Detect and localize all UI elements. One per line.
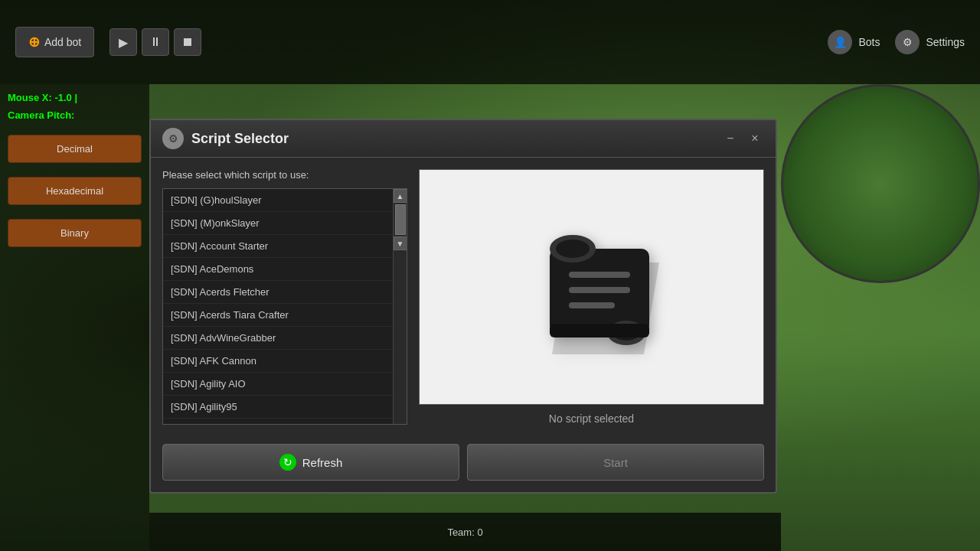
refresh-button[interactable]: Refresh <box>162 444 459 481</box>
script-item[interactable]: [SDN] AFK Cannon <box>163 350 393 373</box>
settings-label: Settings <box>926 36 965 48</box>
script-item[interactable]: [SDN] Agility95 <box>163 396 393 419</box>
script-list-container: [SDN] (G)houlSlayer[SDN] (M)onkSlayer[SD… <box>162 188 407 425</box>
script-item[interactable]: [SDN] AceDemons <box>163 258 393 281</box>
modal-right-panel: No script selected <box>419 169 764 425</box>
script-selector-modal: ⚙ Script Selector − × Please select whic… <box>149 119 777 494</box>
svg-rect-6 <box>569 272 630 278</box>
modal-body: Please select which script to use: [SDN]… <box>151 158 776 436</box>
svg-point-3 <box>556 240 590 258</box>
svg-rect-7 <box>569 287 630 293</box>
start-button[interactable]: Start <box>467 444 764 481</box>
camera-pitch-info: Camera Pitch: <box>8 109 142 121</box>
svg-rect-9 <box>550 324 649 337</box>
settings-button[interactable]: ⚙ Settings <box>895 30 965 54</box>
modal-left-panel: Please select which script to use: [SDN]… <box>162 169 407 425</box>
modal-header: ⚙ Script Selector − × <box>151 120 776 158</box>
decimal-button[interactable]: Decimal <box>8 135 142 163</box>
script-item[interactable]: [SDN] (G)houlSlayer <box>163 189 393 212</box>
script-item[interactable]: [SDN] (M)onkSlayer <box>163 212 393 235</box>
toolbar-controls: ▶ ⏸ ⏹ <box>109 28 201 56</box>
settings-icon: ⚙ <box>895 30 920 54</box>
stop-button[interactable]: ⏹ <box>174 28 201 56</box>
toolbar: ⊕ Add bot ▶ ⏸ ⏹ 👤 Bots ⚙ Settings <box>0 0 980 84</box>
scrollbar-up-arrow[interactable]: ▲ <box>394 189 407 203</box>
team-label: Team: 0 <box>447 527 482 538</box>
scrollbar-down-arrow[interactable]: ▼ <box>394 236 407 250</box>
script-list[interactable]: [SDN] (G)houlSlayer[SDN] (M)onkSlayer[SD… <box>163 189 393 424</box>
script-item[interactable]: [SDN] Acerds Fletcher <box>163 281 393 304</box>
toolbar-right: 👤 Bots ⚙ Settings <box>828 30 965 54</box>
close-button[interactable]: × <box>746 129 764 148</box>
script-item[interactable]: [SDN] Acerds Tiara Crafter <box>163 304 393 327</box>
modal-icon: ⚙ <box>162 128 184 149</box>
hexadecimal-button[interactable]: Hexadecimal <box>8 177 142 205</box>
bottom-bar: Team: 0 <box>149 513 781 551</box>
modal-footer: Refresh Start <box>151 436 776 492</box>
script-item[interactable]: [SDN] AdvWineGrabber <box>163 327 393 350</box>
script-preview <box>419 169 764 405</box>
refresh-label: Refresh <box>302 456 343 469</box>
minimize-button[interactable]: − <box>721 129 740 148</box>
no-script-label: No script selected <box>419 412 764 425</box>
scroll-icon <box>515 210 668 364</box>
modal-title: Script Selector <box>191 131 289 147</box>
binary-button[interactable]: Binary <box>8 219 142 247</box>
modal-controls: − × <box>721 129 764 148</box>
bots-label: Bots <box>858 36 880 48</box>
left-panel: Mouse X: -1.0 | Camera Pitch: Decimal He… <box>0 84 149 551</box>
script-item[interactable]: [SDN] Agility AIO <box>163 373 393 396</box>
refresh-icon <box>279 454 296 471</box>
script-item[interactable]: [SDN] APA Auto Alcher <box>163 419 393 424</box>
plus-icon: ⊕ <box>28 34 40 51</box>
add-bot-button[interactable]: ⊕ Add bot <box>15 27 94 57</box>
select-label: Please select which script to use: <box>162 169 407 181</box>
bots-button[interactable]: 👤 Bots <box>828 30 880 54</box>
bots-icon: 👤 <box>828 30 852 54</box>
scrollbar-track: ▲ ▼ <box>393 189 407 424</box>
scrollbar-thumb[interactable] <box>395 204 406 235</box>
pause-button[interactable]: ⏸ <box>142 28 169 56</box>
minimap <box>781 84 980 283</box>
svg-rect-8 <box>569 302 615 308</box>
mouse-x-info: Mouse X: -1.0 | <box>8 92 142 103</box>
script-item[interactable]: [SDN] Account Starter <box>163 235 393 258</box>
play-button[interactable]: ▶ <box>109 28 137 56</box>
add-bot-label: Add bot <box>44 36 81 48</box>
